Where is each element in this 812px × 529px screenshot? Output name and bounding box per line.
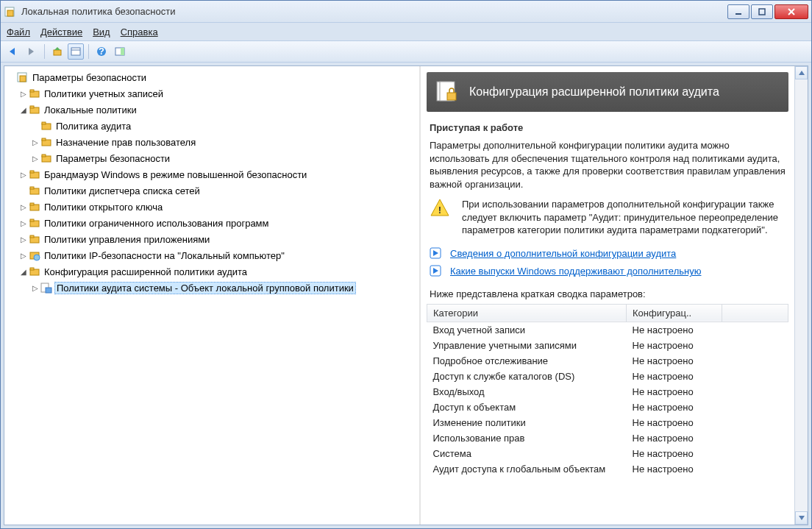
folder-icon (28, 104, 41, 116)
expander-icon[interactable]: ◢ (19, 106, 28, 114)
link-audit-config[interactable]: Сведения о дополнительной конфигурации а… (450, 248, 676, 259)
svg-text:!: ! (438, 205, 441, 216)
expander-icon[interactable]: ▷ (19, 203, 28, 211)
svg-rect-25 (42, 138, 46, 141)
toolbar-separator (44, 44, 45, 59)
cell-category: Доступ к объектам (427, 400, 627, 415)
tree-item[interactable]: Политики диспетчера списка сетей (4, 182, 419, 199)
cell-configuration: Не настроено (627, 430, 722, 446)
table-row[interactable]: Вход учетной записиНе настроено (427, 322, 788, 338)
svg-marker-9 (54, 47, 60, 50)
table-row[interactable]: СистемаНе настроено (427, 446, 788, 461)
folder-icon (28, 185, 41, 196)
svg-rect-3 (759, 9, 765, 15)
up-button[interactable] (49, 43, 65, 60)
vertical-scrollbar[interactable] (794, 66, 808, 525)
menu-action[interactable]: Действие (40, 26, 82, 38)
expander-icon[interactable]: ▷ (31, 284, 40, 292)
titlebar[interactable]: Локальная политика безопасности (1, 1, 811, 23)
warning-row: ! При использовании параметров дополните… (430, 198, 786, 237)
svg-text:?: ? (99, 46, 104, 57)
tree-item-label: Политики аудита системы - Объект локальн… (54, 282, 356, 294)
toolbar-separator (88, 44, 89, 59)
menu-help[interactable]: Справка (121, 26, 158, 38)
folder-icon (40, 152, 53, 164)
table-row[interactable]: Доступ к объектамНе настроено (427, 400, 788, 415)
cell-category: Изменение политики (427, 415, 627, 430)
expander-icon[interactable]: ▷ (19, 235, 28, 244)
svg-rect-31 (30, 187, 34, 189)
svg-marker-54 (799, 516, 805, 520)
tree-item[interactable]: ▷Политики учетных записей (4, 85, 419, 102)
cell-configuration: Не настроено (627, 353, 722, 369)
tree-item[interactable]: ▷Назначение прав пользователя (4, 134, 419, 150)
svg-marker-7 (29, 48, 34, 55)
svg-rect-33 (30, 203, 34, 205)
menu-view[interactable]: Вид (93, 26, 110, 38)
table-row[interactable]: Изменение политикиНе настроено (427, 415, 788, 430)
expander-icon[interactable]: ▷ (19, 171, 28, 179)
tree-item[interactable]: Политика аудита (4, 118, 419, 134)
menu-file[interactable]: Файл (7, 26, 30, 38)
expander-icon[interactable]: ▷ (19, 252, 28, 260)
col-categories[interactable]: Категории (427, 304, 627, 322)
forward-button[interactable] (24, 43, 40, 60)
back-button[interactable] (5, 43, 21, 60)
tree-item-label: Политика аудита (54, 121, 132, 132)
tree-item[interactable]: ▷Политики открытого ключа (4, 199, 419, 215)
tree-item[interactable]: ◢Локальные политики (4, 102, 419, 118)
expander-icon[interactable]: ▷ (31, 155, 40, 163)
action-pane-button[interactable] (112, 43, 128, 60)
tree-item-label: Конфигурация расширенной политики аудита (43, 266, 249, 277)
tree-item-label: Политики IP-безопасности на "Локальный к… (43, 250, 286, 261)
table-row[interactable]: Подробное отслеживаниеНе настроено (427, 353, 788, 369)
cell-category: Вход учетной записи (427, 322, 627, 338)
tree-item[interactable]: ▷Политики управления приложениями (4, 231, 419, 247)
expander-icon[interactable]: ◢ (19, 268, 28, 276)
tree-item[interactable]: ▷Параметры безопасности (4, 150, 419, 166)
svg-rect-10 (71, 48, 80, 55)
col-blank[interactable] (722, 304, 788, 322)
link-windows-editions[interactable]: Какие выпуски Windows поддерживают допол… (450, 266, 701, 277)
table-row[interactable]: Использование правНе настроено (427, 430, 788, 446)
tree-item[interactable]: ▷Брандмауэр Windows в режиме повышенной … (4, 166, 419, 182)
table-row[interactable]: Управление учетными записямиНе настроено (427, 338, 788, 353)
tree-pane[interactable]: Параметры безопасности▷Политики учетных … (4, 66, 421, 525)
categories-table: Категории Конфигурац.. Вход учетной запи… (427, 304, 788, 477)
tree-root[interactable]: Параметры безопасности (4, 69, 419, 85)
scroll-track[interactable] (795, 79, 808, 511)
folder-icon (28, 88, 41, 99)
svg-rect-35 (30, 219, 34, 221)
table-row[interactable]: Доступ к службе каталогов (DS)Не настрое… (427, 369, 788, 384)
expander-icon[interactable]: ▷ (19, 90, 28, 98)
summary-text: Ниже представлена краткая сводка парамет… (430, 288, 786, 299)
expander-icon[interactable]: ▷ (31, 138, 40, 146)
col-configuration[interactable]: Конфигурац.. (627, 304, 722, 322)
cell-configuration: Не настроено (627, 446, 722, 461)
tree-item-label: Политики диспетчера списка сетей (43, 185, 202, 196)
svg-marker-6 (10, 48, 15, 55)
app-icon (4, 5, 17, 18)
tree-item-label: Назначение прав пользователя (54, 137, 197, 148)
folder-icon (28, 168, 41, 180)
tree-item[interactable]: ▷Политики IP-безопасности на "Локальный … (4, 247, 419, 263)
tree-item[interactable]: ▷Политики ограниченного использования пр… (4, 215, 419, 231)
svg-rect-1 (7, 10, 13, 16)
table-row[interactable]: Аудит доступа к глобальным объектамНе на… (427, 461, 788, 477)
tree-item[interactable]: ◢Конфигурация расширенной политики аудит… (4, 263, 419, 280)
scroll-up-button[interactable] (795, 66, 808, 79)
minimize-button[interactable] (727, 4, 749, 19)
expander-icon[interactable]: ▷ (19, 219, 28, 227)
tree-item[interactable]: ▷Политики аудита системы - Объект локаль… (4, 280, 419, 296)
scroll-down-button[interactable] (795, 511, 808, 525)
cell-configuration: Не настроено (627, 338, 722, 353)
properties-button[interactable] (68, 43, 84, 60)
cell-configuration: Не настроено (627, 369, 722, 384)
cell-category: Аудит доступа к глобальным объектам (427, 461, 627, 477)
help-button[interactable]: ? (93, 43, 110, 60)
table-row[interactable]: Вход/выходНе настроено (427, 384, 788, 400)
tree-item-label: Политики ограниченного использования про… (43, 218, 270, 229)
folder-icon (28, 266, 41, 277)
close-button[interactable] (774, 4, 808, 19)
maximize-button[interactable] (751, 4, 773, 19)
